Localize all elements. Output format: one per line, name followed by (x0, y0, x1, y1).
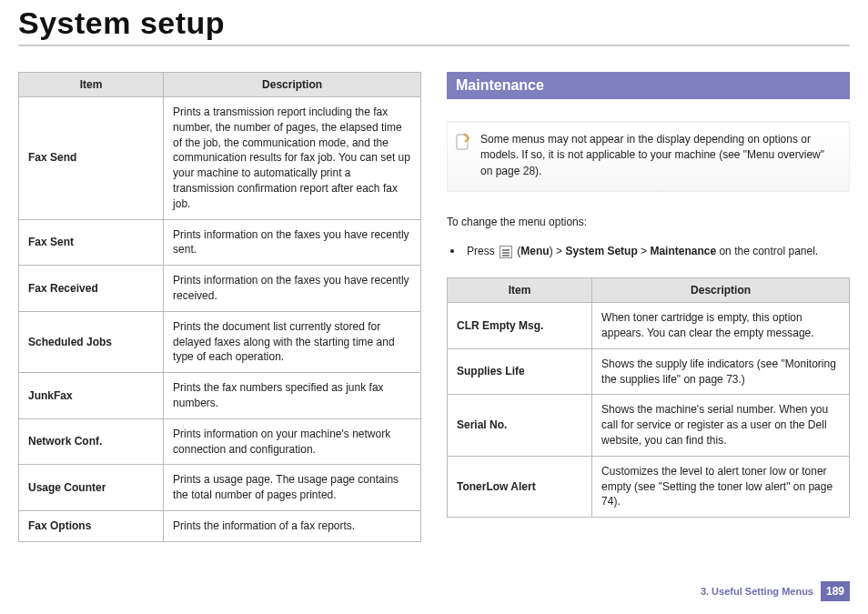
item-cell: Serial No. (448, 395, 592, 456)
section-title-bar: Maintenance (447, 72, 850, 99)
note-text: Some menus may not appear in the display… (480, 132, 838, 179)
desc-cell: Prints information on the faxes you have… (164, 219, 421, 266)
title-rule (18, 45, 850, 46)
desc-cell: Prints a transmission report including t… (164, 97, 421, 220)
item-cell: TonerLow Alert (448, 456, 592, 517)
item-cell: Network Conf. (19, 418, 164, 465)
table-row: Fax OptionsPrints the information of a f… (19, 510, 421, 541)
path-maintenance: Maintenance (650, 245, 716, 257)
table-row: Network Conf.Prints information on your … (19, 418, 421, 465)
table-row: Usage CounterPrints a usage page. The us… (19, 465, 421, 511)
table-row: CLR Empty Msg.When toner cartridge is em… (448, 303, 850, 349)
path-system-setup: System Setup (565, 245, 637, 257)
desc-cell: Prints the fax numbers specified as junk… (164, 373, 421, 419)
bullet-content: Press (Menu) > System Setup > Maintenanc… (467, 243, 818, 259)
left-table: Item Description Fax SendPrints a transm… (18, 72, 421, 542)
col-header-item: Item (448, 278, 592, 303)
desc-cell: Prints a usage page. The usage page cont… (164, 465, 421, 511)
desc-cell: Prints the information of a fax reports. (164, 510, 421, 541)
item-cell: Fax Received (19, 266, 164, 312)
desc-cell: Prints information on the faxes you have… (164, 266, 421, 312)
content-columns: Item Description Fax SendPrints a transm… (18, 72, 850, 542)
item-cell: Fax Send (19, 97, 164, 220)
item-cell: Scheduled Jobs (19, 311, 164, 372)
desc-cell: Prints the document list currently store… (164, 311, 421, 372)
item-cell: Usage Counter (19, 465, 164, 511)
item-cell: Supplies Life (448, 348, 592, 395)
page-footer: 3. Useful Setting Menus 189 (701, 581, 850, 601)
footer-page-number: 189 (821, 581, 850, 601)
footer-chapter: 3. Useful Setting Menus (701, 586, 813, 597)
bullet-suffix: on the control panel. (716, 245, 818, 257)
item-cell: Fax Sent (19, 219, 164, 266)
desc-cell: When toner cartridge is empty, this opti… (592, 303, 850, 349)
page-title: System setup (18, 0, 850, 45)
table-row: JunkFaxPrints the fax numbers specified … (19, 373, 421, 419)
bullet-nav-path: Press (Menu) > System Setup > Maintenanc… (447, 243, 850, 259)
col-header-desc: Description (592, 278, 850, 303)
right-column: Maintenance Some menus may not appear in… (447, 72, 850, 542)
table-row: TonerLow AlertCustomizes the level to al… (448, 456, 850, 517)
table-row: Fax SendPrints a transmission report inc… (19, 97, 421, 220)
note-box: Some menus may not appear in the display… (447, 121, 850, 192)
press-label: Press (467, 245, 498, 257)
note-icon (455, 132, 471, 152)
table-row: Fax SentPrints information on the faxes … (19, 219, 421, 266)
table-row: Serial No.Shows the machine's serial num… (448, 395, 850, 456)
left-column: Item Description Fax SendPrints a transm… (18, 72, 421, 542)
menu-icon (500, 246, 512, 258)
menu-label: Menu (520, 245, 549, 257)
right-table: Item Description CLR Empty Msg.When tone… (447, 277, 850, 518)
intro-text: To change the menu options: (447, 214, 850, 230)
desc-cell: Shows the machine's serial number. When … (592, 395, 850, 456)
desc-cell: Prints information on your machine's net… (164, 418, 421, 465)
item-cell: Fax Options (19, 510, 164, 541)
col-header-desc: Description (164, 73, 421, 97)
bullet-dot-icon (450, 249, 454, 253)
sep2: > (638, 245, 651, 257)
sep1: ) > (550, 245, 566, 257)
item-cell: CLR Empty Msg. (448, 303, 592, 349)
desc-cell: Shows the supply life indicators (see "M… (592, 348, 850, 395)
item-cell: JunkFax (19, 373, 164, 419)
table-row: Supplies LifeShows the supply life indic… (448, 348, 850, 395)
table-row: Scheduled JobsPrints the document list c… (19, 311, 421, 372)
table-row: Fax ReceivedPrints information on the fa… (19, 266, 421, 312)
desc-cell: Customizes the level to alert toner low … (592, 456, 850, 517)
col-header-item: Item (19, 73, 164, 97)
